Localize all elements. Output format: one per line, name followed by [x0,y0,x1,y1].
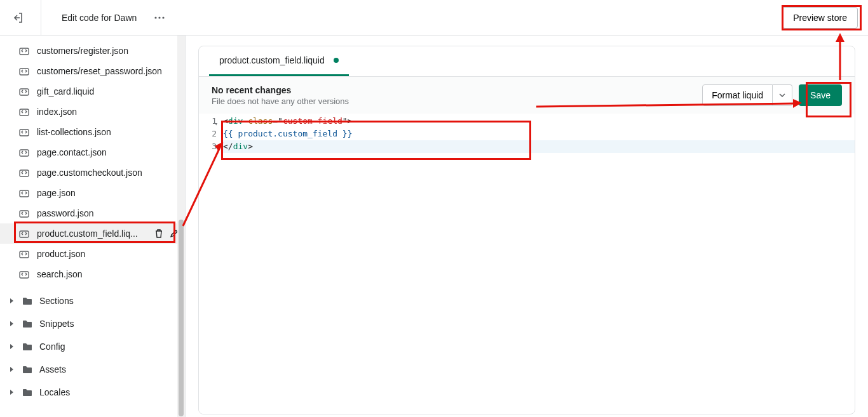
dots-icon [154,17,165,19]
file-label: page.contact.json [37,147,180,157]
gutter-3: 3 [199,140,217,153]
file-label: customers/reset_password.json [37,66,180,76]
file-label: product.custom_field.liq... [37,228,147,239]
save-button[interactable]: Save [799,84,842,106]
folder-item-locales[interactable]: Locales [0,381,185,404]
file-label: gift_card.liquid [37,86,180,96]
folder-label: Snippets [39,319,74,329]
editor-panel: product.custom_field.liquid No recent ch… [186,36,868,417]
gutter-2: 2 [199,128,217,140]
code-file-icon [18,126,31,138]
more-menu[interactable] [152,10,167,25]
file-label: password.json [37,208,180,218]
chevron-right-icon [8,297,15,305]
editor-toolbar: No recent changes File does not have any… [199,77,855,114]
code-file-icon [18,65,31,77]
file-item-0[interactable]: customers/register.json [0,41,185,61]
svg-point-6 [155,17,157,18]
code-file-icon [18,268,31,281]
unsaved-indicator [334,58,339,63]
format-button-group: Format liquid [702,84,792,106]
file-item-2[interactable]: gift_card.liquid [0,81,185,102]
folder-label: Config [39,341,65,352]
folder-icon [22,318,33,329]
code-line-2[interactable]: {{ product.custom_field }} [223,128,855,140]
page-title: Edit code for Dawn [62,13,137,23]
file-item-9[interactable]: product.custom_field.liq... [0,223,185,244]
changes-subtitle: File does not have any other versions [212,96,349,106]
chevron-right-icon [8,343,15,350]
file-item-8[interactable]: password.json [0,203,185,223]
folder-label: Assets [39,364,66,374]
folder-item-snippets[interactable]: Snippets [0,312,185,335]
tab-label: product.custom_field.liquid [219,55,325,65]
sidebar-scrollbar-track[interactable] [177,36,185,417]
code-file-icon [18,146,31,159]
code-file-icon [18,105,31,118]
file-label: search.json [37,269,180,279]
code-file-icon [18,207,31,220]
file-item-7[interactable]: page.json [0,183,185,203]
code-line-1[interactable]: <div class="custom-field"> [223,115,855,128]
file-list: customers/register.jsoncustomers/reset_p… [0,36,185,289]
editor-card: product.custom_field.liquid No recent ch… [198,46,855,414]
code-file-icon [18,44,31,57]
format-liquid-button[interactable]: Format liquid [702,84,773,106]
editor-tabs: product.custom_field.liquid [199,46,855,77]
app-header: Edit code for Dawn Preview store [0,0,868,36]
folder-label: Sections [39,296,74,306]
main-layout: customers/register.jsoncustomers/reset_p… [0,36,868,417]
folder-item-assets[interactable]: Assets [0,358,185,381]
code-file-icon [18,166,31,179]
chevron-right-icon [8,320,15,328]
file-sidebar[interactable]: customers/register.jsoncustomers/reset_p… [0,36,186,417]
code-lines[interactable]: <div class="custom-field"> {{ product.cu… [220,114,855,414]
file-label: index.json [37,107,180,117]
file-item-5[interactable]: page.contact.json [0,142,185,162]
preview-store-button[interactable]: Preview store [782,7,858,29]
code-file-icon [18,187,31,199]
line-gutter: 1▾ 2 3 [199,114,220,414]
file-item-1[interactable]: customers/reset_password.json [0,61,185,81]
file-item-3[interactable]: index.json [0,102,185,122]
delete-file-icon[interactable] [153,228,165,239]
exit-icon [11,11,24,24]
file-item-10[interactable]: product.json [0,244,185,264]
changes-title: No recent changes [212,85,349,95]
code-file-icon [18,248,31,260]
file-label: customers/register.json [37,46,180,56]
svg-point-7 [159,17,161,18]
file-item-4[interactable]: list-collections.json [0,122,185,142]
folder-item-config[interactable]: Config [0,335,185,358]
file-actions [153,228,180,239]
code-file-icon [18,85,31,98]
file-label: list-collections.json [37,127,180,137]
folder-item-sections[interactable]: Sections [0,289,185,312]
toolbar-right: Format liquid Save [702,84,842,106]
header-left: Edit code for Dawn [10,0,167,36]
code-editor[interactable]: 1▾ 2 3 <div class="custom-field"> {{ pro… [199,114,855,414]
folder-icon [22,387,33,398]
file-label: page.customcheckout.json [37,168,180,178]
sidebar-scrollbar-thumb[interactable] [179,220,184,416]
chevron-right-icon [8,366,15,373]
toolbar-left: No recent changes File does not have any… [212,85,349,106]
chevron-down-icon [779,93,785,97]
chevron-right-icon [8,388,15,396]
folder-icon [22,364,33,375]
back-button[interactable] [10,10,25,25]
file-label: product.json [37,249,180,259]
folder-icon [22,341,33,352]
folder-icon [22,295,33,307]
code-line-3[interactable]: </div> [223,140,855,153]
folder-list: SectionsSnippetsConfigAssetsLocales [0,289,185,404]
header-divider [41,0,41,36]
file-item-6[interactable]: page.customcheckout.json [0,162,185,183]
code-file-icon [18,227,31,240]
folder-label: Locales [39,387,70,397]
tab-product-custom-field[interactable]: product.custom_field.liquid [209,46,349,76]
svg-point-8 [163,17,165,18]
format-dropdown[interactable] [773,84,792,106]
file-label: page.json [37,188,180,198]
file-item-11[interactable]: search.json [0,264,185,284]
